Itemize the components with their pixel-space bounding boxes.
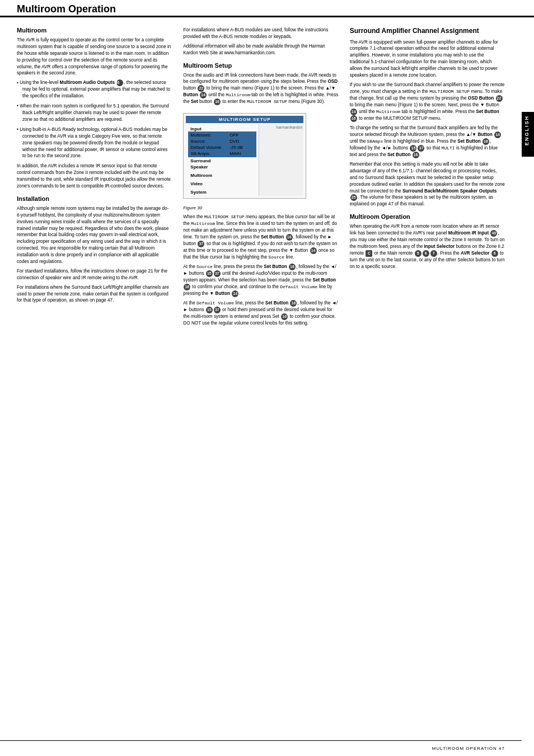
btn-16a: 16 [214, 98, 221, 105]
installation-heading: Installation [17, 195, 172, 202]
fig-multiroom-label: Multiroom: [190, 133, 229, 138]
multiroom-heading: Multiroom [17, 27, 172, 34]
fig-sbamps-value: MAIN [229, 151, 241, 156]
middle-column: For installations where A-BUS modules ar… [183, 27, 338, 734]
language-label: ENGLISH [522, 112, 534, 157]
columns-layout: Multiroom The AVR is fully equipped to o… [0, 21, 522, 739]
multiroom-setup-heading: Multiroom Setup [183, 62, 338, 69]
btn-14c: 14 [232, 290, 238, 297]
btn-6b: 6 [491, 250, 498, 257]
btn-5: 5 [415, 250, 421, 257]
installation-para-1: Although simple remote room systems may … [17, 205, 172, 265]
btn-c: C [366, 250, 372, 257]
bullet-1: Using the line-level Multiroom Audio Out… [17, 79, 172, 100]
btn-25: 25 [350, 194, 357, 201]
bullet-2: When the main room system is configured … [17, 103, 172, 123]
fig-system-label: System [188, 189, 256, 195]
btn-7: 7 [430, 250, 437, 257]
btn-16i: 16 [413, 152, 419, 158]
btn-37a: 37 [198, 241, 204, 247]
btn-14e: 14 [494, 132, 501, 138]
multiroom-para-2: In addition, the AVR includes a remote I… [17, 163, 172, 190]
btn-37c: 37 [214, 307, 221, 313]
surround-amp-para-3: To change the setting so that the Surrou… [350, 125, 505, 158]
btn-22a: 22 [198, 85, 204, 92]
btn-6: 6 [423, 250, 429, 257]
btn-16d: 16 [184, 284, 190, 290]
fig-source-label: Source: [190, 139, 229, 144]
left-column: Multiroom The AVR is fully equipped to o… [17, 27, 172, 734]
footer-text: MULTIROOM OPERATION 47 [432, 746, 505, 751]
figure-30: MULTIROOM SETUP Input Multiroom: OFF Sou… [183, 113, 306, 199]
surround-amp-para-4: Remember that once this setting is made … [350, 161, 505, 208]
figure-caption: Figure 30 [183, 205, 338, 212]
top-border [0, 16, 534, 17]
right-column: Surround Amplifier Channel Assignment Th… [350, 27, 505, 734]
page-container: Multiroom Operation ENGLISH Multiroom Th… [0, 0, 534, 756]
fig-multiroom2-label: Multiroom [188, 172, 256, 178]
installation-para-2: For standard installations, follow the i… [17, 268, 172, 281]
setup-para-1: Once the audio and IR link connections h… [183, 72, 338, 106]
fig-input-label: Input [188, 125, 256, 132]
fig-surround-label: Surround [188, 157, 256, 163]
page-title: Multiroom Operation [17, 3, 116, 15]
multiroom-para-1: The AVR is fully equipped to operate as … [17, 37, 172, 77]
btn-40: 40 [490, 230, 497, 237]
btn-16g: 16 [350, 115, 357, 122]
multiroom-op-para-1: When operating the AVR from a remote roo… [350, 223, 505, 270]
btn-36: 36 [116, 79, 123, 86]
fig-multiroom-value: OFF [229, 133, 238, 138]
fig-video-label: Video [188, 180, 256, 186]
btn-14d: 14 [350, 109, 357, 115]
btn-16c: 16 [289, 264, 296, 270]
fig-source-value: DVD [229, 139, 239, 144]
btn-16f: 16 [281, 313, 288, 320]
footer: MULTIROOM OPERATION 47 [0, 740, 522, 756]
fig-defvol-label: Default Volume: [190, 145, 229, 150]
installation-para-3: For installations where the Surround Bac… [17, 284, 172, 304]
fig-speaker-label: Speaker [188, 163, 256, 170]
btn-14a: 14 [200, 92, 207, 98]
btn-16b: 16 [286, 234, 293, 241]
surround-amp-para-2: If you wish to use the Surround Back cha… [350, 82, 505, 122]
btn-15b: 15 [206, 307, 213, 313]
btn-15c: 15 [410, 145, 416, 152]
setup-para-3: At the Source line, press the press the … [183, 264, 338, 297]
btn-15a: 15 [206, 270, 213, 277]
btn-14b: 14 [310, 247, 317, 254]
fig-sbamps-label: SB Amps: [190, 151, 229, 156]
fig-defvol-value: -25 dB [229, 145, 243, 150]
content-area: Multiroom The AVR is fully equipped to o… [0, 21, 522, 739]
btn-37d: 37 [418, 145, 424, 152]
btn-16e: 16 [290, 300, 297, 307]
btn-22b: 22 [496, 95, 503, 102]
figure-title: MULTIROOM SETUP [186, 116, 303, 123]
abus-para-1: For installations where A-BUS modules ar… [183, 27, 338, 40]
setup-para-2: When the MULTIROOM SETUP menu appears, t… [183, 214, 338, 261]
btn-37b: 37 [214, 270, 221, 277]
surround-amp-heading: Surround Amplifier Channel Assignment [350, 27, 505, 36]
bullet-3: Using built-in A-BUS Ready technology, o… [17, 126, 172, 159]
surround-amp-para-1: The AVR is equipped with seven full-powe… [350, 39, 505, 79]
btn-16h: 16 [483, 138, 489, 145]
multiroom-op-heading: Multiroom Operation [350, 213, 505, 220]
setup-para-4: At the Default Volume line, press the Se… [183, 300, 338, 327]
abus-para-2: Additional information will also be made… [183, 43, 338, 57]
